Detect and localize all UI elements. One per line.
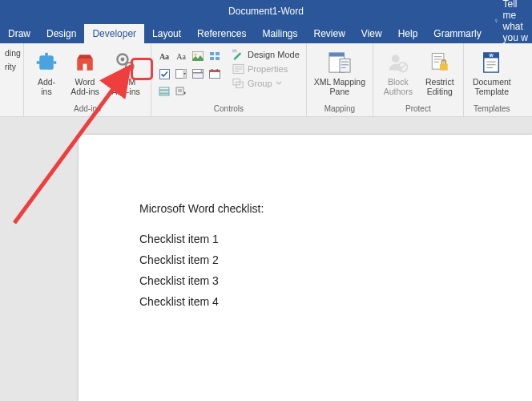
group-addins: Add- ins Word Add-ins COM Add-ins Add-in…	[24, 43, 151, 116]
list-item[interactable]: Checklist item 3	[139, 274, 532, 287]
properties-button[interactable]: Properties	[231, 63, 301, 75]
restrict-editing-button[interactable]: Restrict Editing	[421, 48, 458, 96]
svg-rect-20	[212, 69, 213, 71]
restrict-editing-label: Restrict Editing	[425, 77, 454, 96]
group-label-partial	[5, 113, 18, 115]
tab-design[interactable]: Design	[38, 24, 84, 43]
svg-rect-11	[216, 52, 220, 55]
svg-rect-36	[440, 64, 448, 71]
tab-layout[interactable]: Layout	[144, 24, 189, 43]
design-mode-icon	[232, 49, 244, 60]
document-title: Document1	[228, 6, 277, 17]
xml-mapping-pane-button[interactable]: XML Mapping Pane	[312, 48, 368, 96]
addins-icon	[34, 50, 59, 75]
tab-draw[interactable]: Draw	[0, 24, 38, 43]
svg-rect-13	[216, 57, 220, 60]
date-picker-control[interactable]	[207, 66, 223, 82]
tab-references[interactable]: References	[189, 24, 254, 43]
ribbon: ding rity Add- ins Word Add-ins	[0, 43, 532, 117]
group-label-mapping: Mapping	[312, 104, 368, 115]
building-block-control[interactable]	[207, 48, 223, 64]
block-authors-label: Block Authors	[384, 77, 413, 96]
group-label-controls: Controls	[156, 104, 301, 115]
com-addins-label: COM Add-ins	[111, 77, 140, 96]
tab-view[interactable]: View	[353, 24, 390, 43]
svg-rect-24	[159, 94, 169, 95]
group-partial-left: ding rity	[0, 43, 24, 116]
checkbox-content-control[interactable]	[156, 66, 172, 82]
xml-pane-icon	[327, 50, 353, 75]
svg-rect-12	[210, 57, 214, 60]
tab-developer[interactable]: Developer	[84, 24, 144, 43]
tell-me-label: Tell me what you w	[502, 0, 530, 43]
svg-rect-31	[329, 53, 345, 57]
legacy-tools[interactable]	[173, 83, 189, 99]
group-label-templates: Templates	[469, 104, 515, 115]
svg-rect-10	[210, 52, 214, 55]
svg-point-5	[121, 58, 125, 62]
document-template-button[interactable]: W Document Template	[469, 48, 515, 96]
page[interactable]: Microsoft Word checklist: Checklist item…	[79, 135, 532, 401]
design-mode-label: Design Mode	[248, 50, 300, 59]
design-mode-button[interactable]: Design Mode	[231, 48, 301, 61]
repeating-section-control[interactable]	[156, 83, 172, 99]
group-mapping: XML Mapping Pane Mapping	[307, 43, 373, 116]
svg-rect-3	[83, 64, 87, 71]
partial-label-1: ding	[5, 48, 21, 59]
svg-rect-32	[340, 59, 350, 72]
controls-grid: Aa Aa	[156, 48, 223, 99]
tab-grammarly[interactable]: Grammarly	[425, 24, 489, 43]
document-template-icon: W	[479, 50, 505, 75]
ribbon-tabs: Draw Design Developer Layout References …	[0, 22, 532, 43]
com-addins-button[interactable]: COM Add-ins	[106, 48, 146, 96]
document-template-label: Document Template	[473, 77, 511, 96]
group-label-protect: Protect	[378, 104, 458, 115]
tab-review[interactable]: Review	[306, 24, 353, 43]
svg-rect-19	[210, 71, 220, 73]
list-item[interactable]: Checklist item 4	[139, 295, 532, 308]
xml-mapping-label: XML Mapping Pane	[314, 77, 365, 96]
svg-point-9	[195, 54, 197, 56]
addins-label: Add- ins	[38, 77, 55, 96]
tab-help[interactable]: Help	[390, 24, 426, 43]
combo-box-control[interactable]	[173, 66, 189, 82]
svg-rect-23	[159, 91, 169, 93]
list-item[interactable]: Checklist item 1	[139, 233, 532, 245]
store-icon	[72, 50, 98, 75]
svg-point-7	[128, 65, 131, 67]
gear-icon	[113, 50, 139, 75]
tell-me-search[interactable]: Tell me what you w	[490, 0, 532, 43]
svg-point-0	[495, 19, 497, 21]
svg-rect-17	[193, 73, 204, 79]
title-bar: Document1 - Word	[0, 0, 532, 22]
restrict-editing-icon	[427, 50, 453, 75]
group-btn-label: Group	[248, 79, 272, 88]
partial-label-2: rity	[5, 62, 16, 72]
dropdown-list-control[interactable]	[190, 66, 206, 82]
svg-point-33	[392, 55, 400, 63]
plain-text-control[interactable]: Aa	[173, 48, 189, 64]
document-body[interactable]: Microsoft Word checklist: Checklist item…	[79, 135, 532, 308]
lightbulb-icon	[494, 15, 498, 26]
rich-text-control[interactable]: Aa	[156, 48, 172, 64]
addins-button[interactable]: Add- ins	[29, 48, 64, 96]
svg-rect-1	[39, 55, 54, 70]
word-addins-button[interactable]: Word Add-ins	[67, 48, 103, 96]
group-label-addins: Add-ins	[29, 104, 146, 115]
group-button[interactable]: Group	[231, 77, 301, 90]
group-protect: Block Authors Restrict Editing Protect	[373, 43, 464, 116]
group-icon	[232, 78, 244, 89]
block-authors-icon	[385, 50, 411, 75]
chevron-down-icon	[276, 80, 282, 87]
word-addins-label: Word Add-ins	[71, 77, 99, 96]
block-authors-button[interactable]: Block Authors	[378, 48, 418, 96]
group-controls: Aa Aa Design	[151, 43, 307, 116]
picture-control[interactable]	[190, 48, 206, 64]
svg-rect-22	[159, 87, 169, 90]
doc-heading[interactable]: Microsoft Word checklist:	[139, 202, 532, 215]
document-canvas[interactable]: Microsoft Word checklist: Checklist item…	[0, 117, 532, 401]
svg-rect-21	[217, 69, 219, 71]
list-item[interactable]: Checklist item 2	[139, 253, 532, 266]
tab-mailings[interactable]: Mailings	[254, 24, 305, 43]
svg-rect-26	[232, 49, 237, 52]
